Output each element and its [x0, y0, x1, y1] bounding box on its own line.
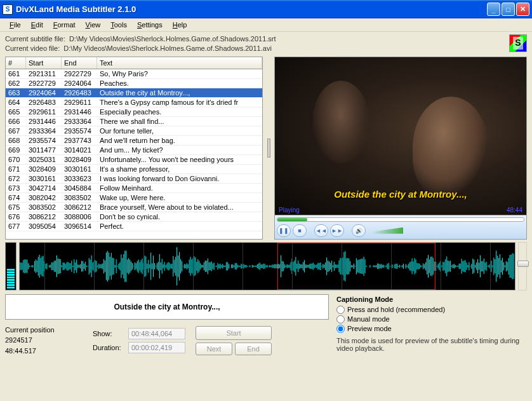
close-button[interactable]: ✕: [516, 3, 529, 16]
title-bar: S DivXLand Media Subtitler 2.1.0 _ □ ✕: [0, 0, 532, 18]
table-row[interactable]: 66829355742937743And we'll return her ba…: [6, 136, 262, 146]
table-row[interactable]: 66930114773014021And um... My ticket?: [6, 146, 262, 155]
mode-description: This mode is used for preview of the sub…: [336, 337, 527, 352]
table-header: # Start End Text: [6, 57, 262, 69]
table-row[interactable]: 67730950543096514Perfect.: [6, 222, 262, 231]
waveform[interactable]: [19, 242, 515, 290]
minimize-button[interactable]: _: [487, 3, 500, 16]
volume-button[interactable]: 🔊: [352, 224, 366, 237]
duration-label: Duration:: [93, 344, 124, 351]
file-info: Current subtitle file: D:\My Videos\Movi…: [5, 34, 527, 54]
table-body[interactable]: 66129213112922729So, Why Paris?662292272…: [6, 69, 262, 239]
menu-bar: FileEditFormatViewToolsSettingsHelp: [0, 18, 532, 32]
stop-button[interactable]: ■: [293, 224, 307, 237]
mode-press-hold[interactable]: Press and hold (recommended): [336, 306, 527, 314]
subtitle-table[interactable]: # Start End Text 66129213112922729So, Wh…: [5, 57, 263, 240]
col-end[interactable]: End: [62, 57, 97, 69]
forward-button[interactable]: ►►: [330, 224, 344, 237]
window-title: DivXLand Media Subtitler 2.1.0: [16, 4, 487, 14]
table-row[interactable]: 66529296112931446Especially peaches.: [6, 107, 262, 117]
zoom-slider[interactable]: [518, 242, 527, 290]
table-row[interactable]: 66329240642926483Outside the city at Mon…: [6, 88, 262, 98]
progress-bar[interactable]: [277, 217, 524, 222]
table-row[interactable]: 67530835023086212Brace yourself, Were ab…: [6, 203, 262, 212]
menu-tools[interactable]: Tools: [106, 20, 131, 30]
table-row[interactable]: 67630862123088006Don't be so cynical.: [6, 212, 262, 222]
start-button[interactable]: Start: [196, 326, 272, 340]
end-button[interactable]: End: [235, 343, 272, 355]
table-row[interactable]: 66129213112922729So, Why Paris?: [6, 69, 262, 79]
table-row[interactable]: 67430820423083502Wake up, Were here.: [6, 193, 262, 203]
video-file-path: D:\My Videos\Movies\Sherlock.Holmes.Game…: [63, 44, 272, 52]
menu-settings[interactable]: Settings: [133, 20, 167, 30]
duration-field[interactable]: [128, 342, 185, 353]
menu-view[interactable]: View: [81, 20, 105, 30]
volume-slider[interactable]: [371, 228, 403, 234]
mode-manual[interactable]: Manual mode: [336, 315, 527, 323]
captioning-title: Captioning Mode: [336, 296, 527, 303]
menu-edit[interactable]: Edit: [27, 20, 48, 30]
app-icon: S: [3, 4, 13, 15]
mode-preview[interactable]: Preview mode: [336, 325, 527, 333]
window-controls: _ □ ✕: [487, 3, 529, 16]
subtitle-overlay: Outside the city at Montroy...,: [334, 189, 467, 200]
maximize-button[interactable]: □: [502, 3, 515, 16]
show-label: Show:: [93, 330, 124, 337]
playback-time: 48:44: [507, 207, 522, 214]
table-row[interactable]: 67230301613033623I was looking forward t…: [6, 174, 262, 184]
pause-button[interactable]: ❚❚: [277, 224, 291, 237]
waveform-selection[interactable]: [277, 243, 436, 290]
current-position: Current position 2924517 48:44.517: [5, 325, 88, 357]
subtitle-file-path: D:\My Videos\Movies\Sherlock.Holmes.Game…: [69, 35, 276, 43]
menu-format[interactable]: Format: [49, 20, 80, 30]
menu-file[interactable]: File: [5, 20, 25, 30]
video-player[interactable]: Outside the city at Montroy..., Playing …: [274, 57, 527, 215]
col-text[interactable]: Text: [97, 57, 262, 69]
playback-status: Playing: [279, 207, 300, 214]
table-row[interactable]: 67030250313028409Unfortunately... You wo…: [6, 155, 262, 165]
table-row[interactable]: 66229227292924064Peaches.: [6, 79, 262, 88]
table-row[interactable]: 66729333642935574Our fortune teller,: [6, 126, 262, 136]
table-row[interactable]: 67330427143045884Follow Meinhard.: [6, 184, 262, 193]
next-button[interactable]: Next: [196, 343, 232, 355]
splitter[interactable]: [265, 57, 272, 240]
col-number[interactable]: #: [6, 57, 26, 69]
table-row[interactable]: 67130284093030161It's a shame professor,: [6, 165, 262, 174]
col-start[interactable]: Start: [26, 57, 62, 69]
table-row[interactable]: 66629314462933364There we shall find...: [6, 117, 262, 126]
level-meter: [5, 242, 17, 290]
menu-help[interactable]: Help: [168, 20, 192, 30]
subtitle-file-label: Current subtitle file:: [5, 35, 65, 43]
player-controls: ❚❚ ■ ◄◄ ►► 🔊: [274, 215, 527, 240]
rewind-button[interactable]: ◄◄: [314, 224, 328, 237]
app-logo-icon: [509, 34, 527, 52]
table-row[interactable]: 66429264832929611There's a Gypsy camp fa…: [6, 98, 262, 107]
video-file-label: Current video file:: [5, 44, 60, 52]
subtitle-edit-field[interactable]: Outside the city at Montroy...,: [5, 294, 329, 320]
show-field[interactable]: [128, 328, 185, 339]
waveform-playhead-icon: [336, 242, 343, 243]
